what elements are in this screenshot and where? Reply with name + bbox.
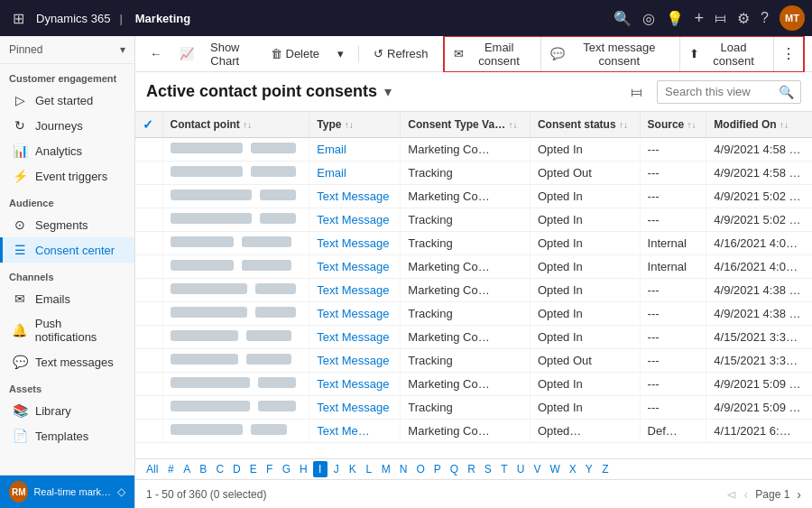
alpha-E[interactable]: E xyxy=(246,461,261,477)
alpha-A[interactable]: A xyxy=(180,461,194,477)
alpha-B[interactable]: B xyxy=(196,461,210,477)
alpha-G[interactable]: G xyxy=(279,461,294,477)
col-consent-type[interactable]: Consent Type Va… ↑↓ xyxy=(401,112,531,138)
alpha-F[interactable]: F xyxy=(263,461,277,477)
back-button[interactable]: ← xyxy=(143,43,169,64)
alpha-S[interactable]: S xyxy=(481,461,495,477)
view-dropdown-icon[interactable]: ▾ xyxy=(384,83,392,100)
table-row[interactable]: Text Message Marketing Co… Opted In --- … xyxy=(135,373,812,396)
row-checkbox[interactable] xyxy=(135,396,162,420)
next-page-button[interactable]: › xyxy=(797,487,801,502)
search-topbar-icon[interactable]: 🔍 xyxy=(614,10,632,27)
row-checkbox[interactable] xyxy=(135,138,162,162)
table-row[interactable]: Text Message Tracking Opted In --- 4/9/2… xyxy=(135,302,812,326)
alpha-H[interactable]: H xyxy=(296,461,311,477)
row-checkbox[interactable] xyxy=(135,279,162,302)
funnel-icon[interactable]: ⧦ xyxy=(715,10,726,26)
alpha-R[interactable]: R xyxy=(464,461,479,477)
delete-button[interactable]: 🗑 Delete xyxy=(263,43,328,64)
first-page-button[interactable]: ⊲ xyxy=(726,487,737,502)
sidebar-item-text-messages[interactable]: 💬 Text messages xyxy=(0,349,134,374)
sidebar-item-event-triggers[interactable]: ⚡ Event triggers xyxy=(0,163,134,189)
alpha-K[interactable]: K xyxy=(346,461,360,477)
help-icon[interactable]: ? xyxy=(761,10,769,26)
alpha-T[interactable]: T xyxy=(497,461,512,477)
row-checkbox[interactable] xyxy=(135,255,162,279)
row-checkbox[interactable] xyxy=(135,349,162,373)
sidebar-item-consent-center[interactable]: ☰ Consent center xyxy=(0,237,134,263)
sidebar-item-get-started[interactable]: ▷ Get started xyxy=(0,88,134,113)
refresh-button[interactable]: ↺ Refresh xyxy=(366,43,436,64)
alpha-C[interactable]: C xyxy=(212,461,227,477)
show-chart-button[interactable]: 📈 Show Chart xyxy=(172,37,260,71)
alpha-W[interactable]: W xyxy=(547,461,564,477)
alpha-hash[interactable]: # xyxy=(163,461,178,477)
table-row[interactable]: Text Me… Marketing Co… Opted… Def… 4/11/… xyxy=(135,420,812,443)
row-checkbox[interactable] xyxy=(135,302,162,326)
col-modified[interactable]: Modified On ↑↓ xyxy=(706,112,812,138)
alpha-Q[interactable]: Q xyxy=(447,461,462,477)
table-row[interactable]: Text Message Marketing Co… Opted In --- … xyxy=(135,326,812,349)
sidebar-item-analytics[interactable]: 📊 Analytics xyxy=(0,138,134,163)
load-consent-button[interactable]: ⬆ Load consent xyxy=(680,37,774,71)
sidebar-item-emails[interactable]: ✉ Emails xyxy=(0,286,134,311)
realtime-bar[interactable]: RM Real-time marketi… ◇ xyxy=(0,476,134,508)
alpha-X[interactable]: X xyxy=(566,461,580,477)
settings-icon[interactable]: ⚙ xyxy=(737,10,750,27)
apps-icon[interactable]: ⊞ xyxy=(7,7,29,29)
sidebar-item-library[interactable]: 📚 Library xyxy=(0,398,134,423)
table-row[interactable]: Email Marketing Co… Opted In --- 4/9/202… xyxy=(135,138,812,162)
prev-page-button[interactable]: ‹ xyxy=(744,487,749,502)
alpha-V[interactable]: V xyxy=(531,461,545,477)
row-checkbox[interactable] xyxy=(135,326,162,349)
row-checkbox[interactable] xyxy=(135,162,162,185)
avatar[interactable]: MT xyxy=(780,5,805,31)
alpha-I[interactable]: I xyxy=(313,461,328,477)
row-checkbox[interactable] xyxy=(135,232,162,255)
sidebar-item-templates[interactable]: 📄 Templates xyxy=(0,423,134,448)
table-row[interactable]: Text Message Tracking Opted In --- 4/9/2… xyxy=(135,396,812,420)
col-status[interactable]: Consent status ↑↓ xyxy=(530,112,640,138)
table-row[interactable]: Text Message Tracking Opted Out --- 4/15… xyxy=(135,349,812,373)
col-source[interactable]: Source ↑↓ xyxy=(640,112,706,138)
delete-dropdown[interactable]: ▾ xyxy=(330,43,351,64)
search-icon[interactable]: 🔍 xyxy=(779,85,794,99)
col-type[interactable]: Type ↑↓ xyxy=(309,112,401,138)
plus-icon[interactable]: + xyxy=(695,9,705,28)
col-checkbox[interactable]: ✓ xyxy=(135,112,162,138)
row-checkbox[interactable] xyxy=(135,185,162,208)
row-checkbox[interactable] xyxy=(135,208,162,232)
alpha-Z[interactable]: Z xyxy=(598,461,613,477)
alpha-all[interactable]: All xyxy=(143,461,161,477)
table-row[interactable]: Text Message Marketing Co… Opted In --- … xyxy=(135,279,812,302)
email-consent-button[interactable]: ✉ Email consent xyxy=(445,37,541,71)
alpha-J[interactable]: J xyxy=(329,461,344,477)
lightbulb-icon[interactable]: 💡 xyxy=(666,10,684,27)
row-checkbox[interactable] xyxy=(135,373,162,396)
alpha-P[interactable]: P xyxy=(430,461,445,477)
alpha-Y[interactable]: Y xyxy=(582,461,596,477)
sidebar-item-push-notifications[interactable]: 🔔 Push notifications xyxy=(0,311,134,349)
search-input[interactable] xyxy=(665,85,773,98)
view-filter-icon[interactable]: ⧦ xyxy=(631,84,642,100)
consent-more-button[interactable]: ⋮ xyxy=(774,42,803,66)
table-row[interactable]: Text Message Tracking Opted In Internal … xyxy=(135,232,812,255)
table-row[interactable]: Text Message Marketing Co… Opted In Inte… xyxy=(135,255,812,279)
table-row[interactable]: Text Message Tracking Opted In --- 4/9/2… xyxy=(135,208,812,232)
alpha-U[interactable]: U xyxy=(513,461,529,477)
text-consent-button[interactable]: 💬 Text message consent xyxy=(541,37,680,71)
header-checkbox[interactable]: ✓ xyxy=(143,117,153,132)
alpha-O[interactable]: O xyxy=(412,461,428,477)
alpha-M[interactable]: M xyxy=(378,461,394,477)
alpha-D[interactable]: D xyxy=(229,461,245,477)
sidebar-pinned[interactable]: Pinned ▾ xyxy=(0,36,134,64)
col-contact-point[interactable]: Contact point ↑↓ xyxy=(162,112,309,138)
alpha-N[interactable]: N xyxy=(396,461,411,477)
table-row[interactable]: Text Message Marketing Co… Opted In --- … xyxy=(135,185,812,208)
sidebar-item-segments[interactable]: ⊙ Segments xyxy=(0,212,134,237)
row-checkbox[interactable] xyxy=(135,420,162,443)
sidebar-item-journeys[interactable]: ↻ Journeys xyxy=(0,113,134,138)
alpha-L[interactable]: L xyxy=(362,461,376,477)
table-row[interactable]: Email Tracking Opted Out --- 4/9/2021 4:… xyxy=(135,162,812,185)
target-icon[interactable]: ◎ xyxy=(642,10,655,27)
